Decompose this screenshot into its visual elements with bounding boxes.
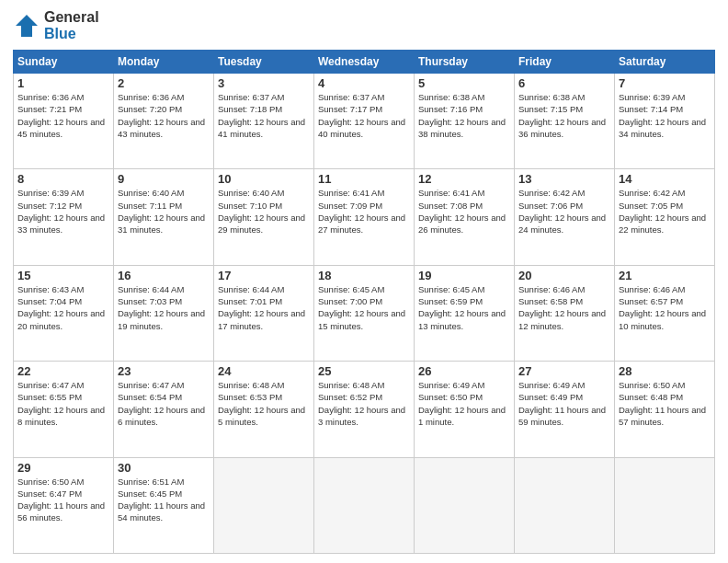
sunrise-label: Sunrise: 6:51 AM	[118, 477, 184, 487]
sunset-label: Sunset: 6:52 PM	[318, 392, 382, 402]
sunset-label: Sunset: 6:47 PM	[17, 488, 82, 499]
sunrise-label: Sunrise: 6:49 AM	[518, 380, 585, 390]
page: General Blue SundayMondayTuesdayWednesda…	[0, 0, 728, 563]
day-number: 24	[218, 364, 310, 378]
sunset-label: Sunset: 7:00 PM	[318, 296, 382, 306]
calendar: SundayMondayTuesdayWednesdayThursdayFrid…	[13, 50, 715, 554]
day-number: 23	[118, 364, 210, 378]
sunset-label: Sunset: 7:05 PM	[619, 201, 683, 211]
day-info: Sunrise: 6:40 AM Sunset: 7:10 PM Dayligh…	[218, 187, 310, 236]
day-number: 20	[518, 269, 610, 282]
day-info: Sunrise: 6:38 AM Sunset: 7:15 PM Dayligh…	[518, 91, 610, 140]
sunrise-label: Sunrise: 6:37 AM	[318, 92, 384, 102]
day-info: Sunrise: 6:42 AM Sunset: 7:05 PM Dayligh…	[619, 187, 711, 236]
sunrise-label: Sunrise: 6:42 AM	[518, 188, 585, 198]
day-number: 10	[218, 172, 310, 186]
calendar-day: 10 Sunrise: 6:40 AM Sunset: 7:10 PM Dayl…	[214, 169, 314, 265]
calendar-day: 22 Sunrise: 6:47 AM Sunset: 6:55 PM Dayl…	[14, 362, 114, 457]
day-info: Sunrise: 6:39 AM Sunset: 7:12 PM Dayligh…	[17, 187, 109, 236]
calendar-day: 27 Sunrise: 6:49 AM Sunset: 6:49 PM Dayl…	[515, 362, 615, 457]
daylight-label: Daylight: 12 hours and 24 minutes.	[518, 213, 606, 235]
calendar-day: 15 Sunrise: 6:43 AM Sunset: 7:04 PM Dayl…	[14, 265, 114, 361]
sunrise-label: Sunrise: 6:40 AM	[218, 188, 284, 198]
day-info: Sunrise: 6:50 AM Sunset: 6:47 PM Dayligh…	[17, 476, 109, 524]
day-number: 2	[118, 76, 210, 90]
sunrise-label: Sunrise: 6:36 AM	[17, 92, 84, 102]
sunrise-label: Sunrise: 6:42 AM	[619, 188, 685, 198]
calendar-day	[615, 457, 715, 553]
day-number: 3	[218, 76, 310, 90]
calendar-day: 29 Sunrise: 6:50 AM Sunset: 6:47 PM Dayl…	[14, 457, 114, 553]
sunrise-label: Sunrise: 6:46 AM	[518, 284, 585, 294]
day-number: 5	[418, 76, 510, 90]
day-info: Sunrise: 6:46 AM Sunset: 6:57 PM Dayligh…	[619, 283, 711, 332]
day-info: Sunrise: 6:49 AM Sunset: 6:50 PM Dayligh…	[418, 379, 510, 428]
daylight-label: Daylight: 12 hours and 13 minutes.	[418, 308, 506, 330]
daylight-label: Daylight: 12 hours and 20 minutes.	[17, 308, 105, 330]
sunrise-label: Sunrise: 6:50 AM	[17, 477, 84, 487]
sunrise-label: Sunrise: 6:48 AM	[218, 380, 284, 390]
sunset-label: Sunset: 6:48 PM	[619, 392, 683, 402]
day-info: Sunrise: 6:44 AM Sunset: 7:03 PM Dayligh…	[118, 283, 210, 332]
daylight-label: Daylight: 12 hours and 8 minutes.	[17, 405, 105, 427]
day-info: Sunrise: 6:41 AM Sunset: 7:09 PM Dayligh…	[318, 187, 410, 236]
calendar-day: 1 Sunrise: 6:36 AM Sunset: 7:21 PM Dayli…	[14, 74, 114, 169]
day-number: 15	[17, 269, 109, 282]
day-number: 25	[318, 364, 410, 378]
calendar-day: 21 Sunrise: 6:46 AM Sunset: 6:57 PM Dayl…	[615, 265, 715, 361]
day-number: 26	[418, 364, 510, 378]
sunset-label: Sunset: 7:12 PM	[17, 201, 82, 211]
day-info: Sunrise: 6:43 AM Sunset: 7:04 PM Dayligh…	[17, 283, 109, 332]
daylight-label: Daylight: 11 hours and 57 minutes.	[619, 405, 706, 427]
calendar-day: 11 Sunrise: 6:41 AM Sunset: 7:09 PM Dayl…	[314, 169, 415, 265]
sunset-label: Sunset: 6:54 PM	[118, 392, 182, 402]
sunrise-label: Sunrise: 6:49 AM	[418, 380, 484, 390]
day-info: Sunrise: 6:37 AM Sunset: 7:18 PM Dayligh…	[218, 91, 310, 140]
sunset-label: Sunset: 7:03 PM	[118, 296, 182, 306]
daylight-label: Daylight: 12 hours and 41 minutes.	[218, 117, 305, 139]
calendar-day: 12 Sunrise: 6:41 AM Sunset: 7:08 PM Dayl…	[415, 169, 515, 265]
sunrise-label: Sunrise: 6:38 AM	[518, 92, 585, 102]
daylight-label: Daylight: 12 hours and 33 minutes.	[17, 213, 105, 235]
daylight-label: Daylight: 12 hours and 34 minutes.	[619, 117, 706, 139]
sunset-label: Sunset: 6:58 PM	[518, 296, 583, 306]
calendar-header-sunday: Sunday	[14, 51, 114, 74]
sunset-label: Sunset: 6:45 PM	[118, 488, 182, 499]
calendar-day: 3 Sunrise: 6:37 AM Sunset: 7:18 PM Dayli…	[214, 74, 314, 169]
calendar-day: 6 Sunrise: 6:38 AM Sunset: 7:15 PM Dayli…	[515, 74, 615, 169]
daylight-label: Daylight: 12 hours and 12 minutes.	[518, 308, 606, 330]
sunset-label: Sunset: 7:21 PM	[17, 104, 82, 114]
svg-marker-0	[16, 15, 38, 37]
daylight-label: Daylight: 12 hours and 5 minutes.	[218, 405, 305, 427]
calendar-day: 19 Sunrise: 6:45 AM Sunset: 6:59 PM Dayl…	[415, 265, 515, 361]
day-number: 1	[17, 76, 109, 90]
sunrise-label: Sunrise: 6:45 AM	[318, 284, 384, 294]
daylight-label: Daylight: 12 hours and 31 minutes.	[118, 213, 205, 235]
day-info: Sunrise: 6:36 AM Sunset: 7:21 PM Dayligh…	[17, 91, 109, 140]
sunrise-label: Sunrise: 6:46 AM	[619, 284, 685, 294]
day-number: 30	[118, 461, 210, 475]
calendar-day: 23 Sunrise: 6:47 AM Sunset: 6:54 PM Dayl…	[114, 362, 214, 457]
calendar-header-monday: Monday	[114, 51, 214, 74]
day-number: 13	[518, 172, 610, 186]
sunrise-label: Sunrise: 6:45 AM	[418, 284, 484, 294]
daylight-label: Daylight: 12 hours and 15 minutes.	[318, 308, 405, 330]
sunset-label: Sunset: 7:09 PM	[318, 201, 382, 211]
daylight-label: Daylight: 12 hours and 6 minutes.	[118, 405, 205, 427]
calendar-week-5: 29 Sunrise: 6:50 AM Sunset: 6:47 PM Dayl…	[14, 457, 715, 553]
sunrise-label: Sunrise: 6:37 AM	[218, 92, 284, 102]
sunrise-label: Sunrise: 6:39 AM	[619, 92, 685, 102]
day-info: Sunrise: 6:44 AM Sunset: 7:01 PM Dayligh…	[218, 283, 310, 332]
day-info: Sunrise: 6:46 AM Sunset: 6:58 PM Dayligh…	[518, 283, 610, 332]
sunrise-label: Sunrise: 6:40 AM	[118, 188, 184, 198]
calendar-header-wednesday: Wednesday	[314, 51, 415, 74]
day-info: Sunrise: 6:47 AM Sunset: 6:54 PM Dayligh…	[118, 379, 210, 428]
sunset-label: Sunset: 6:57 PM	[619, 296, 683, 306]
calendar-day: 25 Sunrise: 6:48 AM Sunset: 6:52 PM Dayl…	[314, 362, 415, 457]
sunset-label: Sunset: 7:20 PM	[118, 104, 182, 114]
sunset-label: Sunset: 7:04 PM	[17, 296, 82, 306]
calendar-week-1: 1 Sunrise: 6:36 AM Sunset: 7:21 PM Dayli…	[14, 74, 715, 169]
calendar-day: 26 Sunrise: 6:49 AM Sunset: 6:50 PM Dayl…	[415, 362, 515, 457]
calendar-day: 9 Sunrise: 6:40 AM Sunset: 7:11 PM Dayli…	[114, 169, 214, 265]
calendar-header-friday: Friday	[515, 51, 615, 74]
